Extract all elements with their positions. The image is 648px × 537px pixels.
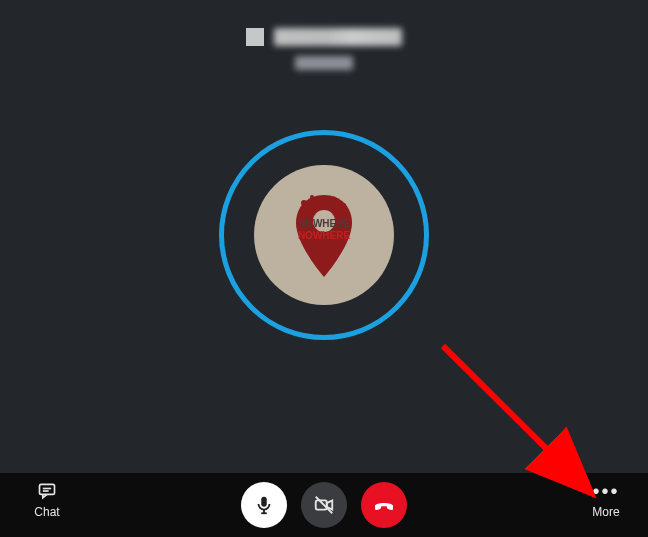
svg-line-13 (316, 497, 333, 514)
contact-avatar: NOWHERE NOWHERE (254, 165, 394, 305)
avatar-image-icon: NOWHERE NOWHERE (274, 185, 374, 285)
svg-point-1 (301, 200, 307, 206)
end-call-button[interactable] (361, 482, 407, 528)
hangup-icon (372, 493, 396, 517)
chat-button[interactable]: Chat (22, 481, 72, 519)
svg-point-3 (332, 197, 337, 202)
svg-point-2 (310, 195, 314, 199)
chat-icon (37, 481, 57, 501)
call-status-line (0, 56, 648, 73)
microphone-icon (253, 494, 275, 516)
call-header (0, 28, 648, 73)
avatar-text-line2: NOWHERE (298, 230, 351, 241)
svg-point-5 (298, 211, 302, 215)
camera-off-icon (313, 494, 335, 516)
more-label: More (582, 505, 630, 519)
call-status-text (295, 56, 353, 70)
chat-label: Chat (22, 505, 72, 519)
svg-rect-6 (40, 484, 55, 494)
video-stage: NOWHERE NOWHERE (0, 0, 648, 473)
contact-name (274, 28, 402, 46)
microphone-button[interactable] (241, 482, 287, 528)
svg-rect-9 (261, 497, 267, 507)
more-button[interactable]: ••• More (582, 481, 630, 519)
svg-point-4 (342, 203, 346, 207)
speaking-indicator-ring: NOWHERE NOWHERE (219, 130, 429, 340)
avatar-text-line1: NOWHERE (298, 218, 351, 229)
call-toolbar: Chat ••• More (0, 473, 648, 537)
contact-badge-icon (246, 28, 264, 46)
camera-off-button[interactable] (301, 482, 347, 528)
more-icon: ••• (582, 481, 630, 501)
center-controls (241, 482, 407, 528)
contact-name-line (0, 28, 648, 46)
